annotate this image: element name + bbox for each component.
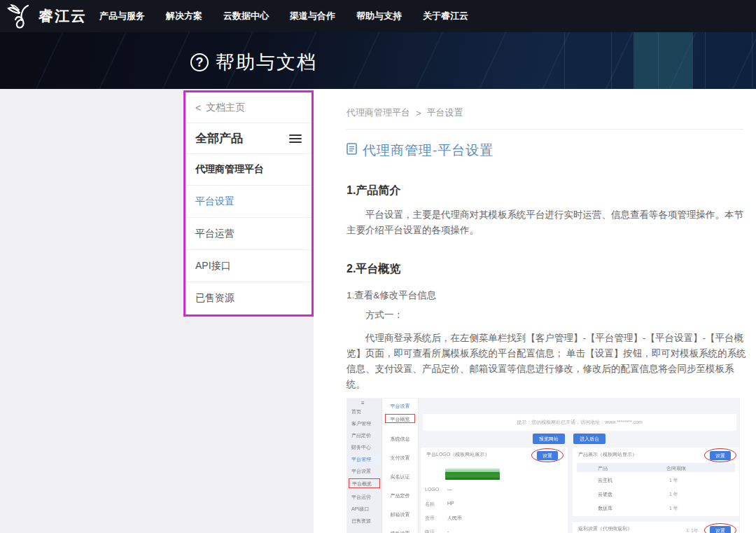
screenshot-notice-bar: 提示：您的模板网站已开通，访问地址：www.********.com [423,414,736,431]
top-navbar: 睿江云 产品与服务 解决方案 云数据中心 渠道与合作 帮助与支持 关于睿江云 [0,0,756,32]
breadcrumb-parent[interactable]: 代理商管理平台 [346,106,410,119]
screenshot-submenu: 平台设置 平台概览 系统信息 支付设置 实名认证 产品定价 邮箱设置 模板设置 … [382,399,419,533]
screenshot-submenu-item: 系统信息 [385,434,415,443]
breadcrumb-separator: > [416,108,421,118]
screenshot-submenu-item: 模板设置 [385,529,415,533]
screenshot-menu-item: 客户管理 [349,419,380,429]
banner-title: ? 帮助与文档 [190,50,317,75]
screenshot-product-card: 产品展示（模板网站显示） 设置 产品 合同期限 云主机1 年 云硬盘1 年 数据… [573,448,739,516]
screenshot-submenu-header: 平台设置 [382,403,418,410]
screenshot-backend-button: 进入后台 [573,434,606,444]
docs-sidebar: < 文档主页 全部产品 代理商管理平台 平台设置 平台运营 API接口 已售资源 [183,90,314,317]
article: 代理商管理平台 > 平台设置 代理商管理-平台设置 1.产品简介 平台设置，主要… [314,89,756,533]
sidebar-all-products[interactable]: 全部产品 [186,123,312,154]
screenshot-submenu-item: 支付设置 [385,453,415,462]
screenshot-menu-item: 产品定价 [349,431,380,441]
section2-method: 方式一： [346,309,756,321]
content-column: 代理商管理平台 > 平台设置 代理商管理-平台设置 1.产品简介 平台设置，主要… [314,89,756,533]
screenshot-preview-button: 预览网站 [533,434,565,444]
screenshot-menu-item: 财务中心 [349,443,380,452]
document-icon [346,143,357,158]
screenshot-left-menu: ≡ 首页 客户管理 产品定价 财务中心 平台管理 平台设置 平台概览 平台运营 … [347,399,382,533]
screenshot-product-card-title: 产品展示（模板网站显示） [578,451,637,458]
screenshot-set-button: 设置 [537,451,558,460]
screenshot-menu-item: API接口 [349,504,380,514]
screenshot-action-buttons: 预览网站 进入后台 [533,434,606,444]
sidebar-item-platform-operation[interactable]: 平台运营 [186,218,312,250]
screenshot-rebate-note: ① 1年 [685,527,699,533]
sidebar-item-sold-resources[interactable]: 已售资源 [186,282,312,314]
section1-heading: 1.产品简介 [346,184,756,198]
screenshot-submenu-item-annotated: 平台概览 [385,414,415,423]
screenshot-info-row: LOGO— [421,487,568,495]
screenshot-logo-banner-image [445,469,500,480]
article-title-row: 代理商管理-平台设置 [346,141,756,160]
screenshot-info-row: 名称HP [421,501,568,509]
wing-e-logo-icon [7,3,35,29]
breadcrumb-current: 平台设置 [427,106,463,119]
screenshot-info-row: 电话- [421,529,568,533]
screenshot-set-button: 设置 [710,451,731,460]
screenshot-table-header: 产品 合同期限 [577,463,735,472]
screenshot-submenu-item: 产品定价 [385,491,415,500]
sidebar-category[interactable]: 代理商管理平台 [186,154,312,186]
nav-item-products[interactable]: 产品与服务 [99,10,145,22]
screenshot-menu-item-annotated: 平台概览 [349,478,380,488]
main-nav: 产品与服务 解决方案 云数据中心 渠道与合作 帮助与支持 关于睿江云 [99,10,468,22]
nav-item-solutions[interactable]: 解决方案 [166,10,202,22]
screenshot-set-button: 设置 [710,526,731,533]
screenshot-logo-card-title: 平台LOGO（模板网站展示） [426,451,489,458]
screenshot-submenu-item: 邮箱设置 [385,510,415,519]
section1-paragraph: 平台设置，主要是代理商对其模板系统平台进行实时运营、信息查看等各项管理操作。本节… [346,207,747,238]
screenshot-submenu-item: 实名认证 [385,472,415,481]
breadcrumb: 代理商管理平台 > 平台设置 [346,89,743,130]
article-title: 代理商管理-平台设置 [363,141,493,160]
screenshot-table-row: 数据库1 年 [577,505,735,513]
screenshot-menu-item-active: 平台管理 [349,455,380,464]
banner-heading: 帮助与文档 [216,50,317,75]
nav-item-support[interactable]: 帮助与支持 [356,10,402,22]
sidebar-all-products-label: 全部产品 [195,130,243,146]
screenshot-info-row: 货币人民币 [421,515,568,523]
section2-heading: 2.平台概览 [346,262,756,277]
brand-logo[interactable]: 睿江云 [7,3,87,29]
nav-item-about[interactable]: 关于睿江云 [423,10,468,22]
chevron-left-icon: < [195,102,201,113]
screenshot-main-area: 提示：您的模板网站已开通，访问地址：www.********.com 预览网站 … [419,399,739,533]
screenshot-menu-item: 平台运营 [349,492,380,502]
screenshot-rebate-card-title: 返利设置（代理商返利） [578,525,632,532]
screenshot-logo-card: 平台LOGO（模板网站展示） 设置 LOGO— 名称HP 货币人民币 电话- 邮… [421,448,568,533]
screenshot-rebate-card: 返利设置（代理商返利） ① 1年 设置 公司转代理返利— 返利规则— [573,522,739,533]
annotation-ellipse: 设置 [531,448,564,462]
screenshot-menu-item: 已售资源 [349,516,380,526]
hamburger-menu-icon[interactable] [289,132,302,145]
annotation-ellipse: 设置 [704,523,736,533]
sidebar-back-label: 文档主页 [206,102,245,114]
nav-item-datacenter[interactable]: 云数据中心 [223,10,269,22]
page-body: 代理商管理平台 > 平台设置 代理商管理-平台设置 1.产品简介 平台设置，主要… [0,89,756,533]
sidebar-item-api[interactable]: API接口 [186,250,312,282]
nav-item-channel[interactable]: 渠道与合作 [290,10,335,22]
brand-name: 睿江云 [38,6,87,26]
page-banner: ? 帮助与文档 [0,32,756,89]
section2-subheading: 1.查看&修改平台信息 [346,289,747,302]
screenshot-table-row: 云主机1 年 [577,477,735,485]
screenshot-menu-collapse-icon: ≡ [361,400,365,406]
sidebar-item-platform-settings[interactable]: 平台设置 [186,186,312,218]
screenshot-table-row: 云硬盘1 年 [577,491,735,499]
annotation-ellipse: 设置 [704,448,736,462]
sidebar-back-link[interactable]: < 文档主页 [186,92,312,123]
section2-paragraph: 代理商登录系统后，在左侧菜单栏找到【客户管理】-【平台管理】-【平台设置】-【平… [346,331,747,392]
question-circle-icon: ? [190,53,209,71]
screenshot-menu-item: 首页 [349,407,380,417]
embedded-screenshot-image: ≡ 首页 客户管理 产品定价 财务中心 平台管理 平台设置 平台概览 平台运营 … [346,398,740,533]
screenshot-menu-item: 平台设置 [349,466,380,476]
banner-teal-band [634,32,693,89]
